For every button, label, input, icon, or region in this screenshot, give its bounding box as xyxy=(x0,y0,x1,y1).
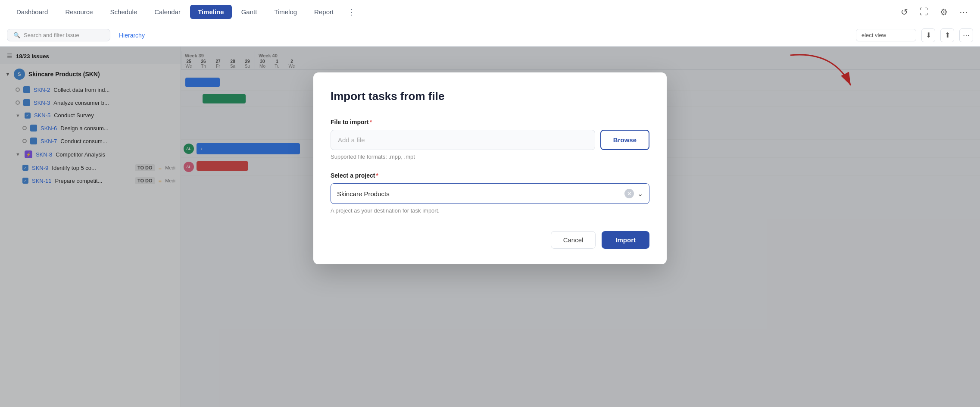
modal-backdrop: Import tasks from file File to import* A… xyxy=(0,47,980,407)
fullscreen-icon[interactable]: ⛶ xyxy=(916,4,932,20)
nav-timeline[interactable]: Timeline xyxy=(190,5,232,19)
project-hint: A project as your destination for task i… xyxy=(331,207,649,214)
import-button[interactable]: Import xyxy=(602,231,649,249)
file-input-field[interactable]: Add a file xyxy=(331,130,595,150)
browse-button[interactable]: Browse xyxy=(600,130,649,150)
nav-icons: ↺ ⛶ ⚙ ⋯ xyxy=(896,4,971,20)
modal-actions: Cancel Import xyxy=(331,231,649,249)
main-area: ☰ 18/23 issues ▼ S Skincare Products (SK… xyxy=(0,47,980,407)
nav-dashboard[interactable]: Dashboard xyxy=(9,5,56,19)
download-icon[interactable]: ⬇ xyxy=(921,28,935,42)
required-star-project: * xyxy=(376,172,378,179)
top-nav: Dashboard Resource Schedule Calendar Tim… xyxy=(0,0,980,24)
search-placeholder: Search and filter issue xyxy=(24,32,79,38)
hierarchy-button[interactable]: Hierarchy xyxy=(115,30,148,41)
file-label: File to import* xyxy=(331,119,649,125)
search-box[interactable]: 🔍 Search and filter issue xyxy=(7,29,110,41)
more-icon[interactable]: ⋯ xyxy=(956,4,971,20)
modal-title: Import tasks from file xyxy=(331,90,649,103)
project-select-value: Skincare Products xyxy=(337,190,621,197)
upload-icon[interactable]: ⬆ xyxy=(940,28,954,42)
nav-schedule[interactable]: Schedule xyxy=(103,5,145,19)
required-star: * xyxy=(370,119,372,125)
nav-timelog[interactable]: Timelog xyxy=(266,5,305,19)
cancel-button[interactable]: Cancel xyxy=(551,231,596,249)
clear-project-icon[interactable]: ✕ xyxy=(624,189,634,198)
search-icon: 🔍 xyxy=(13,32,20,38)
project-select-row[interactable]: Skincare Products ✕ ⌄ xyxy=(331,183,649,204)
second-nav: 🔍 Search and filter issue Hierarchy elec… xyxy=(0,24,980,47)
nav-report[interactable]: Report xyxy=(306,5,341,19)
nav-more-button[interactable]: ⋮ xyxy=(343,4,359,20)
nav-gantt[interactable]: Gantt xyxy=(234,5,265,19)
file-input-row: Add a file Browse xyxy=(331,130,649,150)
more-options-icon[interactable]: ⋯ xyxy=(959,28,973,42)
import-modal: Import tasks from file File to import* A… xyxy=(313,72,667,264)
chevron-down-icon[interactable]: ⌄ xyxy=(637,190,643,198)
file-hint: Supported file formats: .mpp, .mpt xyxy=(331,153,649,160)
nav-resource[interactable]: Resource xyxy=(57,5,100,19)
nav-calendar[interactable]: Calendar xyxy=(147,5,188,19)
refresh-icon[interactable]: ↺ xyxy=(896,4,912,20)
settings-icon[interactable]: ⚙ xyxy=(936,4,952,20)
project-label: Select a project* xyxy=(331,172,649,179)
select-view-dropdown[interactable]: elect view xyxy=(856,29,916,41)
